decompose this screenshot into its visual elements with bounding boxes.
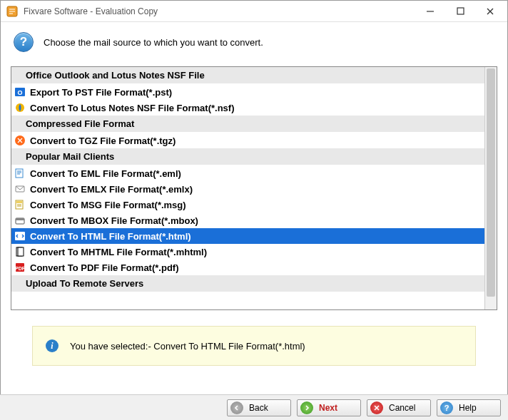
format-option-label: Convert To EML File Format(*.eml) — [30, 168, 181, 179]
format-option[interactable]: Convert To EML File Format(*.eml) — [11, 165, 484, 181]
scrollbar[interactable] — [484, 67, 497, 309]
scrollbar-thumb[interactable] — [487, 68, 495, 297]
svg-rect-2 — [457, 8, 464, 14]
html-icon — [14, 230, 26, 242]
msg-icon — [14, 199, 26, 210]
selection-text: You have selected:- Convert To HTML File… — [70, 341, 305, 352]
svg-rect-15 — [18, 247, 24, 256]
group-header: Office Outlook and Lotus Notes NSF File — [11, 67, 484, 84]
app-icon — [6, 6, 18, 17]
format-option-label: Convert To MSG File Format(*.msg) — [30, 200, 186, 210]
group-header: Popular Mail Clients — [11, 148, 484, 165]
format-option[interactable]: Convert To Lotus Notes NSF File Format(*… — [11, 100, 484, 116]
instruction-header: ? Choose the mail source to which you wa… — [1, 22, 507, 59]
outlook-icon: O — [14, 86, 26, 98]
button-bar: Back Next Cancel ? Help — [0, 394, 508, 420]
lotus-icon — [14, 102, 26, 113]
window-controls — [423, 4, 502, 19]
format-option[interactable]: OExport To PST File Format(*.pst) — [11, 84, 484, 100]
tgz-icon — [14, 135, 26, 146]
svg-rect-12 — [16, 218, 24, 220]
mbox-icon — [14, 215, 26, 226]
help-button[interactable]: ? Help — [437, 399, 501, 416]
format-option-label: Convert To PDF File Format(*.pdf) — [30, 262, 178, 273]
eml-icon — [14, 168, 26, 179]
format-option-label: Export To PST File Format(*.pst) — [30, 87, 172, 98]
format-option[interactable]: Convert To HTML File Format(*.html) — [11, 228, 484, 244]
next-arrow-icon — [300, 401, 313, 414]
close-button[interactable] — [483, 4, 497, 19]
format-option-label: Convert To Lotus Notes NSF File Format(*… — [30, 103, 235, 113]
format-option[interactable]: Convert To MHTML File Format(*.mhtml) — [11, 244, 484, 260]
format-option-label: Convert to TGZ File Format(*.tgz) — [30, 135, 176, 146]
back-button[interactable]: Back — [227, 399, 291, 416]
question-icon: ? — [14, 32, 34, 52]
emlx-icon — [14, 183, 26, 195]
help-icon: ? — [440, 401, 453, 414]
cancel-icon — [370, 401, 383, 414]
svg-text:PDF: PDF — [15, 266, 26, 271]
instruction-text: Choose the mail source to which you want… — [44, 37, 263, 48]
format-option-label: Convert To HTML File Format(*.html) — [30, 231, 191, 242]
pdf-icon: PDF — [14, 262, 26, 273]
svg-text:O: O — [17, 89, 22, 96]
cancel-button[interactable]: Cancel — [367, 399, 431, 416]
selection-info: i You have selected:- Convert To HTML Fi… — [32, 326, 476, 366]
format-list: Office Outlook and Lotus Notes NSF FileO… — [11, 66, 497, 310]
format-option[interactable]: Convert To MBOX File Format(*.mbox) — [11, 212, 484, 228]
maximize-button[interactable] — [453, 4, 467, 19]
format-option[interactable]: PDFConvert To PDF File Format(*.pdf) — [11, 260, 484, 275]
mhtml-icon — [14, 246, 26, 257]
window-title: Fixvare Software - Evaluation Copy — [24, 6, 423, 16]
next-button[interactable]: Next — [297, 399, 361, 416]
minimize-button[interactable] — [423, 4, 437, 19]
format-option[interactable]: Convert To MSG File Format(*.msg) — [11, 197, 484, 212]
format-option[interactable]: Convert to TGZ File Format(*.tgz) — [11, 133, 484, 148]
group-header: Upload To Remote Servers — [11, 275, 484, 292]
format-option-label: Convert To EMLX File Format(*.emlx) — [30, 184, 193, 195]
group-header: Compressed File Format — [11, 116, 484, 133]
format-option[interactable]: Convert To EMLX File Format(*.emlx) — [11, 181, 484, 197]
format-option-label: Convert To MHTML File Format(*.mhtml) — [30, 247, 207, 257]
format-option-label: Convert To MBOX File Format(*.mbox) — [30, 215, 198, 226]
back-arrow-icon — [230, 401, 243, 414]
svg-rect-10 — [16, 201, 22, 203]
titlebar: Fixvare Software - Evaluation Copy — [1, 1, 507, 22]
info-icon: i — [46, 339, 59, 352]
svg-rect-7 — [16, 169, 23, 178]
